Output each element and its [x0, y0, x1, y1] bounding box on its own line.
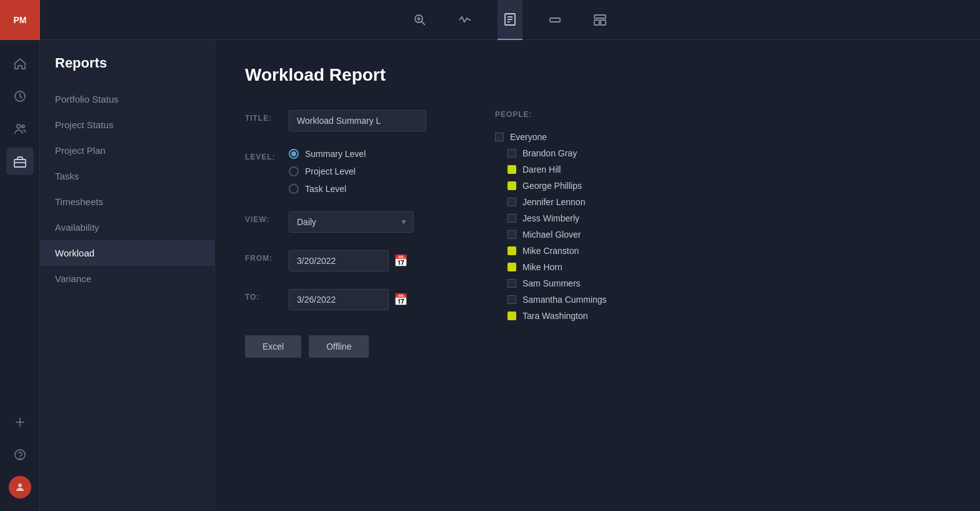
checkbox-everyone[interactable]: [495, 133, 504, 141]
sidebar-item-portfolio-status[interactable]: Portfolio Status: [40, 86, 214, 112]
checkbox-samantha-cummings[interactable]: [508, 295, 516, 304]
logo-text: PM: [14, 15, 27, 25]
people-section-label: PEOPLE:: [495, 110, 682, 119]
person-item-everyone[interactable]: Everyone: [495, 129, 682, 145]
checkbox-michael-glover[interactable]: [508, 230, 516, 239]
to-date-wrapper: 📅: [289, 289, 445, 310]
top-nav-icons: [40, 0, 980, 40]
sidebar-item-variance[interactable]: Variance: [40, 266, 214, 291]
person-name-samantha-cummings: Samantha Cummings: [522, 295, 607, 305]
checkbox-jess-wimberly[interactable]: [508, 214, 516, 223]
person-item-sam-summers[interactable]: Sam Summers: [495, 275, 682, 291]
person-item-jess-wimberly[interactable]: Jess Wimberly: [495, 210, 682, 226]
sidebar-clock-icon[interactable]: [6, 83, 34, 110]
level-label: LEVEL:: [245, 149, 289, 161]
button-row: Excel Offline: [245, 335, 445, 358]
sidebar-people-icon[interactable]: [6, 115, 34, 143]
person-name-tara-washington: Tara Washington: [522, 311, 588, 321]
from-date-wrapper: 📅: [289, 250, 445, 271]
sidebar-item-availability[interactable]: Availability: [40, 215, 214, 240]
to-control: 📅: [289, 289, 445, 310]
person-name-brandon-gray: Brandon Gray: [522, 148, 577, 158]
person-name-mike-cranston: Mike Cranston: [522, 246, 579, 256]
svg-point-21: [18, 483, 22, 487]
checkbox-brandon-gray[interactable]: [508, 149, 516, 158]
app-logo[interactable]: PM: [0, 0, 40, 40]
sidebar-item-timesheets[interactable]: Timesheets: [40, 189, 214, 215]
person-item-george-phillips[interactable]: George Phillips: [495, 178, 682, 194]
person-name-michael-glover: Michael Glover: [522, 230, 581, 240]
person-item-mike-horn[interactable]: Mike Horn: [495, 259, 682, 275]
level-row: LEVEL: Summary Level Project Level Ta: [245, 149, 445, 194]
person-name-everyone: Everyone: [510, 132, 547, 142]
sidebar-item-project-plan[interactable]: Project Plan: [40, 138, 214, 163]
search-zoom-icon[interactable]: [408, 0, 432, 40]
radio-circle-project: [289, 166, 299, 176]
sidebar-item-workload[interactable]: Workload: [40, 240, 214, 266]
view-label: VIEW:: [245, 211, 289, 224]
minus-icon[interactable]: [542, 0, 568, 40]
person-item-samantha-cummings[interactable]: Samantha Cummings: [495, 291, 682, 308]
main-layout: Reports Portfolio Status Project Status …: [0, 40, 980, 511]
svg-point-14: [22, 125, 24, 128]
view-select-wrapper: Daily Weekly Monthly ▼: [289, 211, 414, 233]
sidebar-avatar[interactable]: [6, 473, 34, 501]
svg-rect-10: [594, 20, 599, 25]
person-name-sam-summers: Sam Summers: [522, 278, 581, 288]
svg-rect-8: [550, 18, 560, 22]
excel-button[interactable]: Excel: [245, 335, 301, 358]
radio-circle-task: [289, 184, 299, 194]
from-label: FROM:: [245, 250, 289, 263]
person-item-michael-glover[interactable]: Michael Glover: [495, 226, 682, 243]
to-row: TO: 📅: [245, 289, 445, 310]
person-item-tara-washington[interactable]: Tara Washington: [495, 308, 682, 324]
radio-task-level[interactable]: Task Level: [289, 184, 445, 194]
sidebar-help-icon[interactable]: [6, 441, 34, 468]
reports-sidebar: Reports Portfolio Status Project Status …: [40, 40, 215, 511]
color-dot-mike-cranston: [508, 246, 516, 255]
from-calendar-icon[interactable]: 📅: [394, 254, 408, 268]
color-dot-mike-horn: [508, 263, 516, 271]
color-dot-tara-washington: [508, 311, 516, 320]
title-input[interactable]: [289, 110, 426, 131]
user-avatar: [9, 476, 31, 498]
title-label: TITLE:: [245, 110, 289, 123]
svg-rect-9: [594, 15, 606, 18]
color-dot-george-phillips: [508, 181, 516, 190]
offline-button[interactable]: Offline: [309, 335, 369, 358]
view-row: VIEW: Daily Weekly Monthly ▼: [245, 211, 445, 233]
view-control: Daily Weekly Monthly ▼: [289, 211, 445, 233]
layout-icon[interactable]: [588, 0, 612, 40]
sidebar-item-tasks[interactable]: Tasks: [40, 163, 214, 189]
radio-project-level[interactable]: Project Level: [289, 166, 445, 176]
color-dot-daren-hill: [508, 165, 516, 174]
person-item-mike-cranston[interactable]: Mike Cranston: [495, 243, 682, 259]
radio-label-project: Project Level: [305, 166, 356, 176]
checkbox-jennifer-lennon[interactable]: [508, 198, 516, 206]
view-select[interactable]: Daily Weekly Monthly: [289, 211, 414, 233]
to-calendar-icon[interactable]: 📅: [394, 293, 408, 306]
svg-line-1: [422, 21, 426, 25]
from-row: FROM: 📅: [245, 250, 445, 271]
from-control: 📅: [289, 250, 445, 271]
sidebar-briefcase-icon[interactable]: [6, 148, 34, 175]
from-date-input[interactable]: [289, 250, 389, 271]
reports-nav-icon[interactable]: [498, 0, 522, 40]
sidebar-add-icon[interactable]: [6, 408, 34, 436]
person-name-jennifer-lennon: Jennifer Lennon: [522, 197, 585, 207]
person-item-jennifer-lennon[interactable]: Jennifer Lennon: [495, 194, 682, 210]
sidebar-item-project-status[interactable]: Project Status: [40, 112, 214, 138]
checkbox-sam-summers[interactable]: [508, 279, 516, 288]
radio-label-task: Task Level: [305, 184, 346, 194]
radio-summary-level[interactable]: Summary Level: [289, 149, 445, 159]
to-date-input[interactable]: [289, 289, 389, 310]
title-control: [289, 110, 445, 131]
activity-icon[interactable]: [452, 0, 478, 40]
person-item-daren-hill[interactable]: Daren Hill: [495, 161, 682, 178]
to-label: TO:: [245, 289, 289, 301]
sidebar-home-icon[interactable]: [6, 50, 34, 78]
title-row: TITLE:: [245, 110, 445, 131]
person-item-brandon-gray[interactable]: Brandon Gray: [495, 145, 682, 161]
form-section: TITLE: LEVEL: Summary Level: [245, 110, 950, 358]
radio-circle-summary: [289, 149, 299, 159]
